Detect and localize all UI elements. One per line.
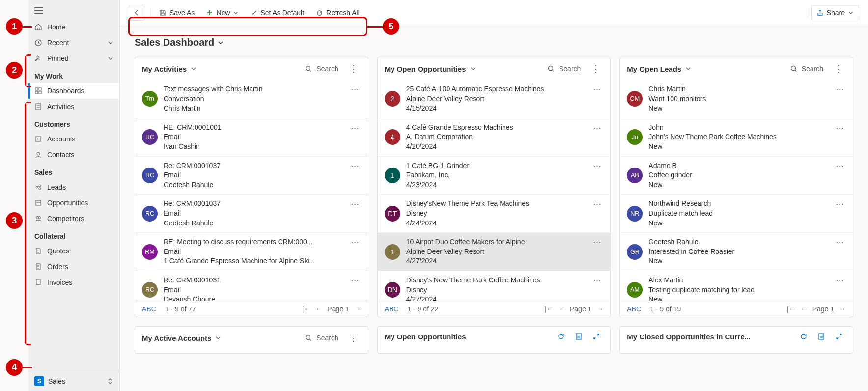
list-item[interactable]: RCRe: CRM:0001037EmailGeetesh Rahule⋯: [135, 157, 368, 195]
row-text: Alex MartinTesting duplicate matching fo…: [648, 276, 828, 301]
refresh-chart-button[interactable]: [797, 332, 811, 341]
list-item[interactable]: RCRe: CRM:0001037EmailGeetesh Rahule⋯: [135, 195, 368, 233]
avatar: AB: [627, 168, 643, 183]
row-more-button[interactable]: ⋯: [591, 84, 603, 95]
nav-recent[interactable]: Recent: [28, 35, 119, 51]
records-button[interactable]: [572, 332, 586, 341]
row-more-button[interactable]: ⋯: [591, 123, 603, 133]
prev-page-icon[interactable]: ←: [801, 305, 808, 313]
new-button[interactable]: New: [201, 6, 244, 20]
card-search[interactable]: Search: [301, 332, 342, 344]
row-more-button[interactable]: ⋯: [834, 237, 846, 248]
first-page-icon[interactable]: |←: [544, 305, 553, 313]
card-more-button[interactable]: ⋮: [346, 332, 361, 344]
expand-button[interactable]: [589, 332, 603, 341]
save-as-button[interactable]: Save As: [154, 6, 199, 20]
card-title[interactable]: My Open Opportunities: [385, 65, 466, 73]
next-page-icon[interactable]: →: [354, 305, 361, 313]
nav-invoices[interactable]: Invoices: [28, 275, 119, 290]
nav-competitors[interactable]: Competitors: [28, 211, 119, 226]
records-button[interactable]: [814, 332, 828, 341]
chevron-down-icon[interactable]: [470, 66, 476, 72]
row-more-button[interactable]: ⋯: [834, 84, 846, 95]
list-item[interactable]: RCRE: CRM:0001001EmailIvan Cashin⋯: [135, 118, 368, 157]
list-item[interactable]: RMRE: Meeting to discuss requirements CR…: [135, 233, 368, 271]
list-item[interactable]: JoJohnJohn's New Theme Park Coffee Machi…: [620, 118, 853, 157]
expand-button[interactable]: [832, 332, 846, 341]
row-more-button[interactable]: ⋯: [591, 237, 603, 248]
card-more-button[interactable]: ⋮: [588, 62, 603, 75]
list-item[interactable]: GRGeetesh RahuleInterested in Coffee Roa…: [620, 233, 853, 271]
row-more-button[interactable]: ⋯: [834, 123, 846, 133]
back-button[interactable]: [129, 5, 144, 21]
list-item[interactable]: 11 Café BG-1 GrinderFabrikam, Inc.4/23/2…: [378, 157, 611, 195]
refresh-chart-button[interactable]: [554, 332, 568, 341]
nav-pinned[interactable]: Pinned: [28, 51, 119, 66]
nav-leads[interactable]: Leads: [28, 179, 119, 195]
prev-page-icon[interactable]: ←: [315, 305, 322, 313]
share-button[interactable]: Share: [811, 5, 859, 20]
row-more-button[interactable]: ⋯: [834, 199, 846, 209]
row-more-button[interactable]: ⋯: [834, 161, 846, 171]
first-page-icon[interactable]: |←: [787, 305, 796, 313]
row-more-button[interactable]: ⋯: [349, 84, 361, 95]
page-label: Page 1: [570, 305, 591, 313]
row-more-button[interactable]: ⋯: [349, 199, 361, 209]
nav-accounts[interactable]: Accounts: [28, 131, 119, 147]
dashboard-selector[interactable]: Sales Dashboard: [135, 31, 853, 57]
abc-filter[interactable]: ABC: [627, 305, 641, 313]
list-item[interactable]: AMAlex MartinTesting duplicate matching …: [620, 271, 853, 301]
area-switcher[interactable]: S Sales: [28, 371, 119, 391]
prev-page-icon[interactable]: ←: [558, 305, 565, 313]
row-more-button[interactable]: ⋯: [591, 161, 603, 171]
set-default-button[interactable]: Set As Default: [246, 6, 309, 20]
nav-quotes[interactable]: Quotes: [28, 243, 119, 259]
nav-opportunities[interactable]: Opportunities: [28, 195, 119, 211]
list-item[interactable]: 44 Café Grande Espresso MachinesA. Datum…: [378, 118, 611, 157]
chevron-down-icon[interactable]: [685, 66, 691, 72]
hamburger-menu[interactable]: [28, 0, 119, 19]
list-item[interactable]: 225 Café A-100 Automatic Espresso Machin…: [378, 80, 611, 118]
range-label: 1 - 9 of 77: [165, 305, 196, 313]
row-more-button[interactable]: ⋯: [591, 199, 603, 209]
card-title[interactable]: My Open Leads: [627, 65, 681, 73]
first-page-icon[interactable]: |←: [302, 305, 311, 313]
nav-home[interactable]: Home: [28, 19, 119, 35]
list-item[interactable]: DTDisney'sNew Theme Park Tea MachinesDis…: [378, 195, 611, 233]
abc-filter[interactable]: ABC: [385, 305, 399, 313]
list-item[interactable]: TmText messages with Chris MartinConvers…: [135, 80, 368, 118]
nav-label: Dashboards: [47, 87, 113, 95]
list-item[interactable]: RCRe: CRM:0001031EmailDevansh Choure⋯: [135, 271, 368, 301]
row-line: New: [648, 104, 828, 113]
list-item[interactable]: CMChris MartinWant 100 monitorsNew⋯: [620, 80, 853, 118]
card-more-button[interactable]: ⋮: [831, 62, 846, 75]
list-item[interactable]: 110 Airpot Duo Coffee Makers for AlpineA…: [378, 233, 611, 271]
row-more-button[interactable]: ⋯: [591, 276, 603, 286]
card-search[interactable]: Search: [544, 63, 585, 75]
svg-rect-2: [39, 88, 41, 90]
nav-dashboards[interactable]: Dashboards: [28, 83, 119, 99]
next-page-icon[interactable]: →: [596, 305, 603, 313]
refresh-all-button[interactable]: Refresh All: [311, 6, 364, 20]
list-item[interactable]: DNDisney's New Theme Park Coffee Machine…: [378, 271, 611, 301]
card-more-button[interactable]: ⋮: [346, 62, 361, 75]
row-more-button[interactable]: ⋯: [349, 161, 361, 171]
card-open-opportunities-chart: My Open Opportunities: [377, 326, 611, 354]
chevron-down-icon[interactable]: [215, 335, 221, 341]
chevron-down-icon[interactable]: [191, 66, 196, 72]
next-page-icon[interactable]: →: [839, 305, 846, 313]
list-item[interactable]: ABAdame BCoffee grinderNew⋯: [620, 157, 853, 195]
card-search[interactable]: Search: [786, 63, 827, 75]
row-more-button[interactable]: ⋯: [349, 276, 361, 286]
nav-orders[interactable]: Orders: [28, 259, 119, 275]
nav-contacts[interactable]: Contacts: [28, 147, 119, 163]
row-more-button[interactable]: ⋯: [349, 123, 361, 133]
card-search[interactable]: Search: [301, 63, 342, 75]
row-more-button[interactable]: ⋯: [834, 276, 846, 286]
row-more-button[interactable]: ⋯: [349, 237, 361, 248]
card-title[interactable]: My Activities: [142, 65, 187, 73]
list-item[interactable]: NRNorthwind ResearchDuplicate match lead…: [620, 195, 853, 233]
nav-activities[interactable]: Activities: [28, 99, 119, 114]
abc-filter[interactable]: ABC: [142, 305, 156, 313]
card-title[interactable]: My Active Accounts: [142, 334, 211, 342]
